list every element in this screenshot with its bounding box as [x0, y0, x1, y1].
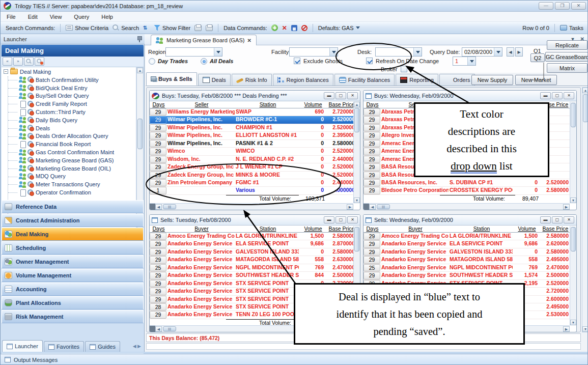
table-row[interactable]: 29WimcoWIMCO02.520000IFNORAM [150, 148, 354, 155]
board-tab[interactable]: Buys & Sells [146, 72, 197, 86]
refresh-on-date-change-label[interactable]: Refresh On Date Change [376, 58, 439, 64]
exclude-ghosts-label[interactable]: Exclude Ghosts [303, 58, 343, 64]
table-row[interactable]: 29Anadarko Energy ServiceGALVESTON ISLAN… [150, 248, 354, 256]
tasks-button[interactable]: Tasks [558, 25, 585, 31]
output-messages-label[interactable]: Output Messages [14, 357, 58, 363]
tree-item[interactable]: Deals Order Allocation Query [2, 132, 136, 141]
tab-close-icon[interactable]: ✕ [247, 38, 251, 43]
tree-item[interactable]: MDQ Query [2, 173, 136, 181]
tree-item[interactable]: Custom::Third Party [2, 108, 136, 116]
table-row[interactable]: 29Amoco Energy Trading CoLA GLORIA/TRUNK… [150, 233, 354, 240]
chevron-down-icon[interactable] [413, 48, 422, 56]
sidebar-section-button[interactable]: Reference Data [2, 200, 144, 213]
grid-header[interactable]: DaysBuyerStationVolumeBase PriceRef [150, 226, 360, 233]
all-deals-radio[interactable] [201, 58, 207, 65]
chevron-down-icon[interactable] [494, 48, 502, 56]
desk-combo[interactable] [375, 47, 422, 57]
chevron-down-icon[interactable] [467, 57, 475, 65]
panel-title-bar[interactable]: Buys: Tuesday, Feb/08/2000 *** Deals Pen… [150, 91, 360, 101]
panel-maximize-icon[interactable]: ▢ [335, 216, 346, 223]
sort-button[interactable]: ⇅ [141, 24, 152, 31]
sidebar-section-button[interactable]: Contract Administration [2, 214, 144, 227]
cancel-changes-button[interactable] [299, 25, 310, 31]
chevron-down-icon[interactable] [214, 48, 222, 56]
expand-all-button[interactable]: » [13, 57, 23, 66]
new-supply-button[interactable]: New Supply [471, 75, 513, 85]
table-row[interactable]: 29Anadarko Energy ServiceMATAGORDA ISLAN… [150, 256, 354, 264]
panel-vscrollbar[interactable]: ▼ [570, 226, 576, 325]
scroll-left-icon[interactable]: ◀ [369, 204, 376, 210]
panel-maximize-icon[interactable]: ▢ [552, 92, 563, 99]
panel-minimize-icon[interactable]: ▬ [324, 216, 334, 223]
table-row[interactable]: 29Bledsoe Petro CorporationCROSSTEX ENER… [363, 187, 571, 194]
menu-item[interactable]: Query [68, 13, 95, 21]
board-vscrollbar[interactable]: ▲ ▼ [582, 87, 588, 332]
table-row[interactable]: 29Anadarko Energy ServiceMATAGORDA ISLAN… [363, 256, 571, 264]
tree-item[interactable]: Marketing Grease Board (GAS) [2, 156, 136, 164]
table-row[interactable]: 29Wisdom, Inc.N. E. REDLAND C.P. #202.44… [150, 156, 354, 163]
pin-icon[interactable] [137, 36, 142, 42]
document-tab[interactable]: Marketing Grease Board (GAS) ✕ [151, 35, 257, 45]
scroll-up-icon[interactable]: ▲ [354, 102, 360, 107]
broker-checkbox[interactable] [401, 66, 407, 72]
launcher-tab[interactable]: Favorites [44, 341, 84, 352]
table-row[interactable]: 29Wilmar Pipelines, Inc.BROWDER #C-102.5… [150, 116, 354, 124]
panel-close-icon[interactable]: ✕ [347, 92, 358, 99]
scrollbar-thumb[interactable]: ⦀⦀ [377, 204, 390, 209]
table-row[interactable]: 29Anadarko Energy ServiceELA SERVICE POI… [363, 240, 571, 248]
print-button[interactable] [204, 25, 215, 31]
change-count-combo[interactable]: 1 [453, 57, 476, 66]
facility-combo[interactable] [289, 47, 338, 57]
scroll-right-icon[interactable]: ▶ [347, 204, 353, 210]
exclude-ghosts-checkbox[interactable] [294, 58, 300, 64]
date-prev-button[interactable]: ◀ [507, 47, 514, 57]
date-next-button[interactable]: ▶ [515, 47, 523, 57]
table-row[interactable]: 29Anadarko Energy ServiceSOUTHWEST HEADE… [363, 272, 571, 279]
save-button[interactable] [289, 25, 299, 31]
day-trades-label[interactable]: Day Trades [158, 58, 188, 64]
sidebar-section-button[interactable]: Scheduling [2, 241, 144, 255]
region-combo[interactable] [165, 47, 222, 57]
tree-item[interactable]: Buy/Sell Order Query [2, 92, 136, 100]
scrollbar-thumb[interactable] [354, 108, 359, 132]
find-button[interactable] [24, 57, 34, 66]
find-launch-button[interactable] [35, 57, 44, 66]
scroll-down-icon[interactable]: ▼ [354, 198, 360, 203]
tree-item[interactable]: Operator Confirmation [2, 188, 136, 196]
scrollbar-thumb[interactable]: ⦀⦀ [163, 204, 176, 209]
panel-vscrollbar[interactable]: ▲ ▼ [353, 102, 360, 203]
panel-minimize-icon[interactable]: ▬ [540, 92, 551, 99]
broker-label[interactable]: Broker [381, 66, 397, 72]
scrollbar-thumb[interactable] [583, 94, 588, 122]
tree-item[interactable]: Credit Family Report [2, 100, 136, 108]
grid-header[interactable]: DaysSellerStationVolumeBase PriceRef [150, 101, 360, 108]
sidebar-section-button[interactable]: Owner Management [2, 255, 144, 268]
gc-greaseboard-button[interactable]: GC GreaseBoard [545, 52, 588, 62]
panel-close-icon[interactable]: ✕ [564, 216, 574, 223]
panel-title-bar[interactable]: Sells: Wednesday, Feb/09/2000 ▬ ▢ ✕ [363, 215, 576, 226]
panel-title-bar[interactable]: Sells: Tuesday, Feb/08/2000 ▬ ▢ ✕ [150, 215, 360, 226]
tab-scroll-arrows[interactable]: ◀ ▶ [133, 344, 141, 349]
panel-vscrollbar[interactable]: ▼ [570, 102, 576, 203]
tree-root[interactable]: − Deal Making [2, 67, 136, 76]
table-row[interactable]: 29BASA Resources, Inc.S. DUBINA CP #102.… [363, 179, 571, 187]
board-tab[interactable]: Reporting [396, 74, 438, 86]
panel-maximize-icon[interactable]: ▢ [335, 92, 346, 99]
table-row[interactable]: 29Anadarko Energy ServiceELA SERVICE POI… [150, 240, 354, 248]
panel-close-icon[interactable]: ✕ [347, 216, 358, 223]
table-row[interactable]: 29Williams Energy MarketingSWAP6902.7200… [150, 108, 354, 116]
panel-hscrollbar[interactable]: ◀ ⦀⦀ ▶ [363, 203, 570, 210]
table-row[interactable]: 29Amoco Energy Trading CoLA GLORIA/TRUNK… [363, 233, 571, 240]
tree-item[interactable]: Financial Book Report [2, 140, 136, 148]
query-date-input[interactable]: 02/08/2000 [462, 47, 502, 57]
scroll-up-icon[interactable]: ▲ [137, 68, 143, 73]
table-row[interactable]: 29Zinn Petroleum CompanyFGMC #102.440000… [150, 179, 354, 187]
delete-row-button[interactable]: ✕ [280, 24, 289, 32]
table-row[interactable]: 1Various0.000000 [150, 187, 354, 194]
panel-close-icon[interactable]: ✕ [564, 92, 574, 99]
scrollbar-thumb[interactable] [137, 119, 143, 149]
table-row[interactable]: 29Zadeck Energy Group, IncMINKS & MOORE0… [150, 172, 354, 179]
sidebar-section-button[interactable]: Volume Management [2, 269, 144, 282]
sidebar-section-button[interactable]: Deal Making [2, 228, 144, 241]
menu-item[interactable]: Edit [22, 13, 44, 21]
